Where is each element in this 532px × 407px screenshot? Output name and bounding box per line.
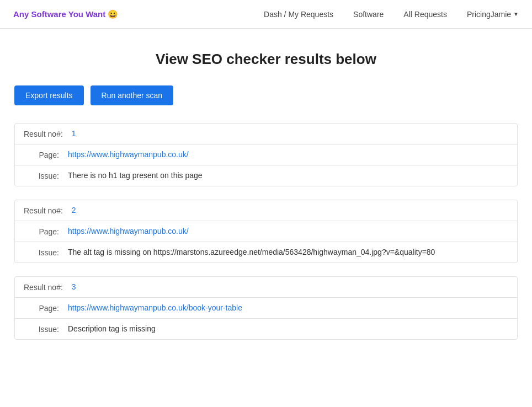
result-number-row-3: Result no#: 3 [15, 277, 517, 298]
result-number-row-2: Result no#: 2 [15, 200, 517, 221]
result-page-row-3: Page: https://www.highwaymanpub.co.uk/bo… [15, 298, 517, 319]
result-number-2: 2 [72, 206, 508, 215]
issue-text-1: There is no h1 tag present on this page [68, 171, 508, 180]
issue-label-1: Issue: [24, 171, 68, 180]
page-link-3[interactable]: https://www.highwaymanpub.co.uk/book-you… [68, 303, 242, 312]
issue-text-2: The alt tag is missing on https://marsto… [68, 248, 508, 257]
page-title: View SEO checker results below [14, 51, 518, 68]
result-issue-row-2: Issue: The alt tag is missing on https:/… [15, 242, 517, 263]
page-label-2: Page: [24, 227, 68, 236]
issue-text-3: Description tag is missing [68, 324, 508, 334]
user-menu[interactable]: Jamie ▼ [491, 10, 519, 19]
rescan-button[interactable]: Run another scan [91, 85, 174, 105]
result-number-3: 3 [72, 282, 508, 292]
page-url-1: https://www.highwaymanpub.co.uk/ [68, 150, 508, 159]
nav-item-pricing[interactable]: Pricing [467, 9, 491, 19]
result-number-row-1: Result no#: 1 [15, 124, 517, 144]
result-block-1: Result no#: 1 Page: https://www.highwaym… [14, 123, 518, 186]
result-block-2: Result no#: 2 Page: https://www.highwaym… [14, 200, 518, 263]
action-buttons: Export results Run another scan [14, 85, 518, 105]
result-no-label-2: Result no#: [24, 206, 72, 215]
page-link-2[interactable]: https://www.highwaymanpub.co.uk/ [68, 227, 189, 235]
result-number-1: 1 [72, 129, 508, 138]
navbar: Any Software You Want 😀 Dash / My Reques… [0, 0, 532, 29]
nav-item-dash[interactable]: Dash / My Requests [264, 9, 333, 19]
user-name: Jamie [491, 10, 511, 19]
nav-item-software[interactable]: Software [353, 9, 384, 19]
issue-label-3: Issue: [24, 324, 68, 334]
nav-links: Dash / My Requests Software All Requests… [264, 9, 491, 19]
page-label-1: Page: [24, 150, 68, 159]
brand-logo[interactable]: Any Software You Want 😀 [13, 9, 118, 19]
export-button[interactable]: Export results [14, 85, 84, 105]
main-content: View SEO checker results below Export re… [1, 29, 531, 375]
nav-item-all-requests[interactable]: All Requests [403, 9, 447, 19]
chevron-down-icon: ▼ [513, 11, 519, 17]
page-url-2: https://www.highwaymanpub.co.uk/ [68, 227, 508, 236]
page-link-1[interactable]: https://www.highwaymanpub.co.uk/ [68, 150, 189, 159]
issue-label-2: Issue: [24, 248, 68, 257]
brand-name: Any Software You Want [13, 9, 105, 19]
result-no-label-3: Result no#: [24, 282, 72, 292]
result-block-3: Result no#: 3 Page: https://www.highwaym… [14, 276, 518, 340]
brand-emoji: 😀 [108, 9, 118, 19]
result-issue-row-3: Issue: Description tag is missing [15, 319, 517, 339]
result-page-row-2: Page: https://www.highwaymanpub.co.uk/ [15, 221, 517, 242]
result-no-label: Result no#: [24, 129, 72, 138]
page-label-3: Page: [24, 303, 68, 313]
result-page-row-1: Page: https://www.highwaymanpub.co.uk/ [15, 144, 517, 165]
result-issue-row-1: Issue: There is no h1 tag present on thi… [15, 165, 517, 186]
page-url-3: https://www.highwaymanpub.co.uk/book-you… [68, 303, 508, 313]
